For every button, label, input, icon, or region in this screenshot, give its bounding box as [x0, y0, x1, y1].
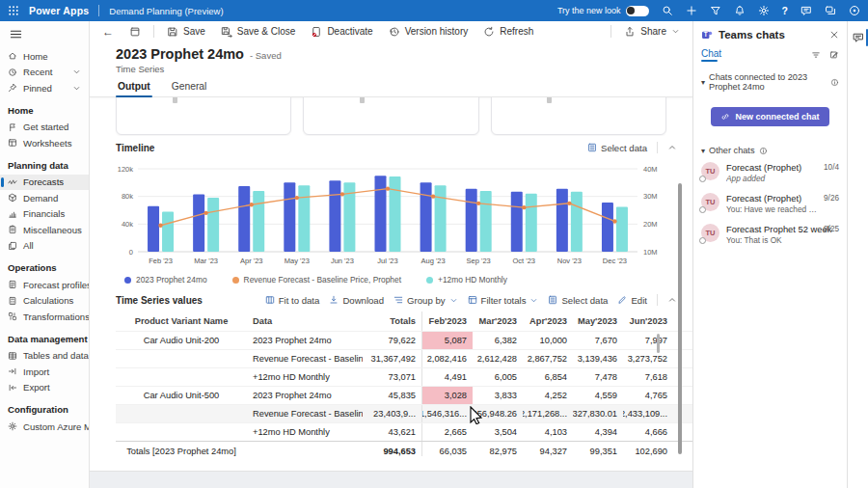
value-cell[interactable]: 1,956,948.26	[473, 405, 523, 422]
product-variant-cell[interactable]	[116, 405, 247, 422]
chat-list-item[interactable]: TU Forecast (Prophet) You: Have we reach…	[693, 188, 847, 219]
value-cell[interactable]: 2,612,428	[473, 350, 523, 367]
search-icon[interactable]	[662, 5, 673, 16]
table-row[interactable]: +12mo HD Monthly73,0714,4916,0056,8547,4…	[116, 367, 692, 386]
sidebar-item-pinned[interactable]: Pinned	[0, 80, 89, 96]
sidebar-item-tables-and-data[interactable]: Tables and data	[0, 348, 89, 365]
legend-item[interactable]: +12mo HD Monthly	[426, 275, 507, 285]
legend-item[interactable]: 2023 Prophet 24mo	[124, 275, 207, 285]
sidebar-item-import[interactable]: Import	[0, 364, 89, 380]
compose-icon[interactable]	[829, 50, 839, 60]
value-cell[interactable]: 4,103	[523, 423, 573, 441]
product-variant-cell[interactable]	[116, 350, 247, 367]
value-cell[interactable]: 2,327,830.01	[573, 405, 623, 422]
value-cell[interactable]: 7,997	[623, 332, 673, 349]
data-series-cell[interactable]: 2023 Prophet 24mo	[247, 387, 363, 404]
filter-lines-icon[interactable]	[811, 50, 821, 60]
sidebar-item-custom-azure-ml[interactable]: Custom Azure ML	[0, 419, 89, 435]
notifications-icon[interactable]	[734, 5, 746, 16]
sidebar-item-financials[interactable]: Financials	[0, 206, 89, 223]
sidebar-item-export[interactable]: Export	[0, 380, 89, 396]
product-variant-cell[interactable]	[116, 368, 247, 386]
value-cell[interactable]: 1,546,316...	[422, 405, 473, 422]
value-cell[interactable]: 2,433,109...	[623, 405, 673, 422]
value-cell[interactable]: 99,351	[573, 442, 623, 456]
collapse-chevron-icon[interactable]	[667, 143, 677, 152]
deactivate-button[interactable]: Deactivate	[304, 22, 379, 41]
summary-card[interactable]	[303, 97, 478, 135]
fit-to-data-button[interactable]: Fit to data	[265, 295, 320, 306]
tab-chat[interactable]: Chat	[701, 48, 721, 62]
data-series-cell[interactable]: +12mo HD Monthly	[247, 423, 363, 441]
value-cell[interactable]: 3,139,436	[573, 350, 623, 367]
value-cell[interactable]: 6,854	[523, 368, 573, 386]
table-vertical-scrollbar[interactable]	[657, 334, 660, 353]
hamburger-icon[interactable]	[10, 28, 22, 41]
version-history-button[interactable]: Version history	[382, 22, 475, 41]
value-cell[interactable]: 3,833	[473, 387, 523, 404]
value-cell[interactable]: 10,000	[523, 332, 573, 349]
filter-totals-button[interactable]: Filter totals	[468, 295, 539, 306]
main-vertical-scrollbar[interactable]	[678, 183, 682, 454]
totals-cell[interactable]: 45,835	[363, 387, 422, 404]
value-cell[interactable]: 7,618	[623, 368, 673, 386]
value-cell[interactable]: 4,666	[623, 423, 673, 441]
chat-list-item[interactable]: TU Forecast Prophet 52 week You: That is…	[693, 219, 847, 250]
column-header[interactable]: Jun'2023	[623, 312, 673, 331]
other-chats-header[interactable]: ▾ Other chats	[693, 140, 847, 157]
value-cell[interactable]: 3,273,752	[623, 350, 673, 367]
info-icon[interactable]	[759, 147, 768, 155]
column-header[interactable]: Mar'2023	[473, 312, 523, 331]
sidebar-item-all[interactable]: All	[0, 238, 89, 255]
value-cell[interactable]: 66,035	[422, 442, 473, 456]
chat-panels-icon[interactable]	[825, 5, 836, 16]
tab-general[interactable]: General	[170, 81, 209, 96]
column-header[interactable]: Apr'2023	[523, 312, 573, 331]
summary-card[interactable]	[116, 97, 291, 135]
add-icon[interactable]	[686, 5, 697, 16]
sidebar-item-forecast-profiles[interactable]: Forecast profiles	[0, 277, 89, 293]
column-header[interactable]: Feb'2023	[422, 312, 473, 331]
product-variant-cell[interactable]	[116, 423, 247, 441]
totals-cell[interactable]: 23,403,9...	[363, 405, 422, 422]
app-name[interactable]: Power Apps	[29, 5, 89, 16]
sidebar-item-demand[interactable]: Demand	[0, 190, 89, 206]
account-avatar[interactable]	[849, 5, 860, 16]
column-header[interactable]: Totals	[363, 312, 422, 331]
value-cell[interactable]: 2,867,752	[523, 350, 573, 367]
chevron-down-icon[interactable]	[72, 84, 81, 93]
totals-cell[interactable]: 73,071	[363, 368, 422, 386]
value-cell[interactable]: 3,028	[422, 387, 473, 404]
new-look-toggle[interactable]	[626, 6, 649, 16]
chevron-down-icon[interactable]	[72, 68, 81, 76]
sidebar-item-transformations[interactable]: Transformations	[0, 309, 89, 325]
timeline-select-data-button[interactable]: Select data	[587, 143, 647, 153]
feedback-chat-icon[interactable]	[800, 5, 812, 16]
download-button[interactable]: Download	[329, 295, 384, 306]
sidebar-item-calculations[interactable]: Calculations	[0, 293, 89, 310]
value-cell[interactable]: 7,478	[573, 368, 623, 386]
refresh-button[interactable]: Refresh	[476, 22, 540, 41]
settings-gear-icon[interactable]	[758, 5, 770, 16]
table-row[interactable]: Car Audio Unit-5002023 Prophet 24mo45,83…	[116, 386, 692, 404]
group-by-button[interactable]: Group by	[393, 295, 457, 306]
share-button[interactable]: Share	[617, 22, 687, 41]
product-variant-cell[interactable]: Car Audio Unit-200	[116, 332, 247, 349]
tab-output[interactable]: Output	[116, 81, 152, 96]
save-button[interactable]: Save	[160, 22, 212, 41]
data-series-cell[interactable]: 2023 Prophet 24mo	[247, 332, 363, 349]
sidebar-item-recent[interactable]: Recent	[0, 65, 89, 81]
product-variant-cell[interactable]: Car Audio Unit-500	[116, 387, 247, 404]
sidebar-item-miscellaneous[interactable]: Miscellaneous	[0, 222, 89, 238]
waffle-icon[interactable]	[8, 5, 19, 16]
teams-chats-rail-button[interactable]	[848, 25, 868, 50]
info-icon[interactable]	[830, 78, 839, 87]
help-icon[interactable]: ?	[782, 6, 788, 16]
data-series-cell[interactable]: Revenue Forecast - Baseline Price, P...	[247, 405, 363, 422]
chat-list-item[interactable]: TU Forecast (Prophet) App added 10/4	[693, 157, 847, 188]
filter-icon[interactable]	[710, 5, 721, 16]
value-cell[interactable]: 2,665	[422, 423, 473, 441]
table-row[interactable]: +12mo HD Monthly43,6212,6653,5044,1034,3…	[116, 422, 692, 441]
tsv-select-data-button[interactable]: Select data	[548, 295, 608, 306]
sidebar-item-forecasts[interactable]: Forecasts	[0, 175, 89, 191]
